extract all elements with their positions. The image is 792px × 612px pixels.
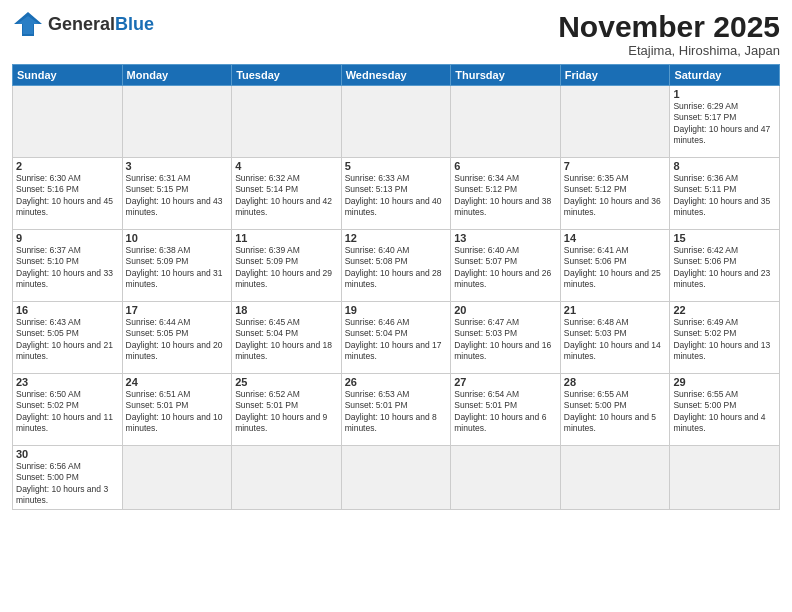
header-saturday: Saturday <box>670 65 780 86</box>
day-15: 15 Sunrise: 6:42 AMSunset: 5:06 PMDaylig… <box>670 230 780 302</box>
week-row-1: 1 Sunrise: 6:29 AMSunset: 5:17 PMDayligh… <box>13 86 780 158</box>
title-block: November 2025 Etajima, Hiroshima, Japan <box>558 10 780 58</box>
header-monday: Monday <box>122 65 232 86</box>
day-7: 7 Sunrise: 6:35 AMSunset: 5:12 PMDayligh… <box>560 158 670 230</box>
week-row-6: 30 Sunrise: 6:56 AMSunset: 5:00 PMDaylig… <box>13 446 780 510</box>
week-row-2: 2 Sunrise: 6:30 AMSunset: 5:16 PMDayligh… <box>13 158 780 230</box>
day-24: 24 Sunrise: 6:51 AMSunset: 5:01 PMDaylig… <box>122 374 232 446</box>
day-19: 19 Sunrise: 6:46 AMSunset: 5:04 PMDaylig… <box>341 302 451 374</box>
logo-text: GeneralBlue <box>48 14 154 35</box>
empty-cell <box>451 86 561 158</box>
empty-cell <box>341 446 451 510</box>
day-10: 10 Sunrise: 6:38 AMSunset: 5:09 PMDaylig… <box>122 230 232 302</box>
empty-cell <box>341 86 451 158</box>
day-25: 25 Sunrise: 6:52 AMSunset: 5:01 PMDaylig… <box>232 374 342 446</box>
header-friday: Friday <box>560 65 670 86</box>
empty-cell <box>122 86 232 158</box>
header-thursday: Thursday <box>451 65 561 86</box>
page: GeneralBlue November 2025 Etajima, Hiros… <box>0 0 792 612</box>
empty-cell <box>13 86 123 158</box>
day-6: 6 Sunrise: 6:34 AMSunset: 5:12 PMDayligh… <box>451 158 561 230</box>
day-12: 12 Sunrise: 6:40 AMSunset: 5:08 PMDaylig… <box>341 230 451 302</box>
month-title: November 2025 <box>558 10 780 43</box>
location: Etajima, Hiroshima, Japan <box>558 43 780 58</box>
day-4: 4 Sunrise: 6:32 AMSunset: 5:14 PMDayligh… <box>232 158 342 230</box>
day-5: 5 Sunrise: 6:33 AMSunset: 5:13 PMDayligh… <box>341 158 451 230</box>
calendar: Sunday Monday Tuesday Wednesday Thursday… <box>12 64 780 510</box>
day-14: 14 Sunrise: 6:41 AMSunset: 5:06 PMDaylig… <box>560 230 670 302</box>
header-tuesday: Tuesday <box>232 65 342 86</box>
empty-cell <box>560 86 670 158</box>
week-row-3: 9 Sunrise: 6:37 AMSunset: 5:10 PMDayligh… <box>13 230 780 302</box>
day-29: 29 Sunrise: 6:55 AMSunset: 5:00 PMDaylig… <box>670 374 780 446</box>
day-16: 16 Sunrise: 6:43 AMSunset: 5:05 PMDaylig… <box>13 302 123 374</box>
empty-cell <box>122 446 232 510</box>
day-18: 18 Sunrise: 6:45 AMSunset: 5:04 PMDaylig… <box>232 302 342 374</box>
empty-cell <box>560 446 670 510</box>
empty-cell <box>451 446 561 510</box>
week-row-4: 16 Sunrise: 6:43 AMSunset: 5:05 PMDaylig… <box>13 302 780 374</box>
header-sunday: Sunday <box>13 65 123 86</box>
header: GeneralBlue November 2025 Etajima, Hiros… <box>12 10 780 58</box>
day-11: 11 Sunrise: 6:39 AMSunset: 5:09 PMDaylig… <box>232 230 342 302</box>
day-13: 13 Sunrise: 6:40 AMSunset: 5:07 PMDaylig… <box>451 230 561 302</box>
empty-cell <box>670 446 780 510</box>
day-9: 9 Sunrise: 6:37 AMSunset: 5:10 PMDayligh… <box>13 230 123 302</box>
day-28: 28 Sunrise: 6:55 AMSunset: 5:00 PMDaylig… <box>560 374 670 446</box>
day-17: 17 Sunrise: 6:44 AMSunset: 5:05 PMDaylig… <box>122 302 232 374</box>
day-3: 3 Sunrise: 6:31 AMSunset: 5:15 PMDayligh… <box>122 158 232 230</box>
day-23: 23 Sunrise: 6:50 AMSunset: 5:02 PMDaylig… <box>13 374 123 446</box>
day-26: 26 Sunrise: 6:53 AMSunset: 5:01 PMDaylig… <box>341 374 451 446</box>
logo: GeneralBlue <box>12 10 154 38</box>
day-8: 8 Sunrise: 6:36 AMSunset: 5:11 PMDayligh… <box>670 158 780 230</box>
day-1: 1 Sunrise: 6:29 AMSunset: 5:17 PMDayligh… <box>670 86 780 158</box>
empty-cell <box>232 86 342 158</box>
day-20: 20 Sunrise: 6:47 AMSunset: 5:03 PMDaylig… <box>451 302 561 374</box>
day-2: 2 Sunrise: 6:30 AMSunset: 5:16 PMDayligh… <box>13 158 123 230</box>
day-21: 21 Sunrise: 6:48 AMSunset: 5:03 PMDaylig… <box>560 302 670 374</box>
empty-cell <box>232 446 342 510</box>
weekday-header-row: Sunday Monday Tuesday Wednesday Thursday… <box>13 65 780 86</box>
logo-icon <box>12 10 44 38</box>
header-wednesday: Wednesday <box>341 65 451 86</box>
day-30: 30 Sunrise: 6:56 AMSunset: 5:00 PMDaylig… <box>13 446 123 510</box>
day-27: 27 Sunrise: 6:54 AMSunset: 5:01 PMDaylig… <box>451 374 561 446</box>
day-22: 22 Sunrise: 6:49 AMSunset: 5:02 PMDaylig… <box>670 302 780 374</box>
week-row-5: 23 Sunrise: 6:50 AMSunset: 5:02 PMDaylig… <box>13 374 780 446</box>
